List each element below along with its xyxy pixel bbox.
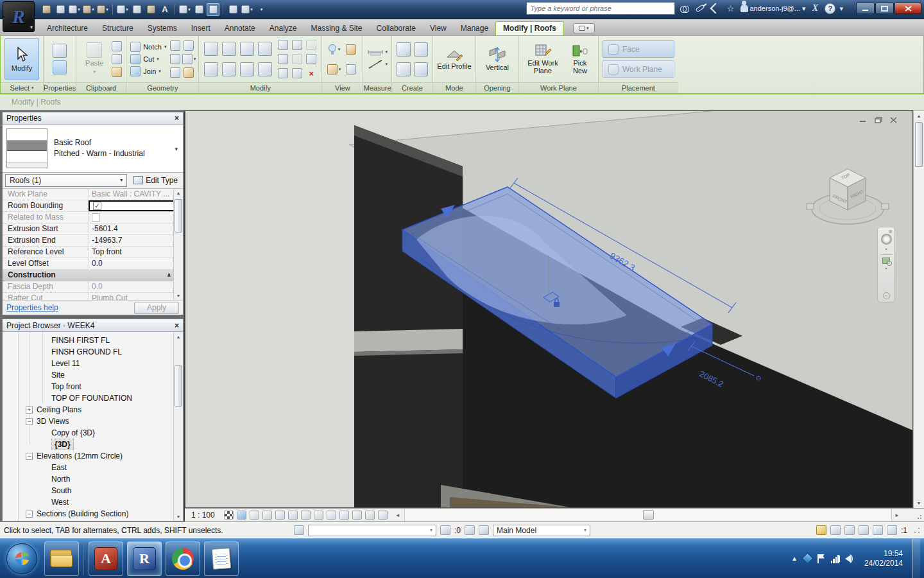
tab-structure[interactable]: Structure	[95, 22, 141, 35]
vertical-opening-button[interactable]: Vertical	[480, 38, 515, 80]
create-parts-icon[interactable]	[397, 62, 411, 76]
split-with-gap-icon[interactable]	[292, 40, 302, 50]
active-design-option-select[interactable]: Main Model ▾	[493, 525, 590, 536]
view-minimize-button[interactable]	[859, 116, 868, 124]
scroll-up-icon[interactable]: ▲	[175, 332, 183, 341]
detail-level-icon[interactable]	[224, 511, 234, 520]
view-scale-button[interactable]: 1 : 100	[191, 511, 215, 520]
steering-wheel-icon[interactable]	[881, 234, 892, 245]
property-row[interactable]: Rafter CutPlumb Cut	[3, 293, 183, 300]
temporary-view-properties-icon[interactable]	[365, 511, 375, 520]
select-underlay-toggle-icon[interactable]	[859, 525, 869, 535]
vertical-scrollbar[interactable]: ▲ ▼	[913, 110, 924, 508]
tree-item[interactable]: FINSH GROUND FL	[3, 346, 183, 358]
drag-on-selection-toggle-icon[interactable]	[873, 525, 883, 535]
help-button[interactable]: ?	[825, 3, 835, 14]
aligned-dimension-button[interactable]	[130, 3, 143, 16]
shadows-icon[interactable]	[262, 511, 272, 520]
project-browser-header[interactable]: Project Browser - WEEK4 ×	[3, 319, 183, 332]
rotate-icon[interactable]	[240, 62, 254, 76]
tree-item-3d-selected[interactable]: {3D}	[3, 439, 183, 450]
trim-extend-single-icon[interactable]	[278, 68, 288, 78]
synchronize-button[interactable]: ▾	[68, 3, 81, 16]
tree-collapse-icon[interactable]: −	[26, 418, 33, 425]
tab-analyze[interactable]: Analyze	[262, 22, 304, 35]
element-filter-select[interactable]: Roofs (1) ▾	[5, 174, 127, 187]
aligned-dimension-icon[interactable]	[367, 58, 384, 70]
copy-to-clipboard-icon[interactable]	[112, 54, 122, 64]
customize-qat-button[interactable]: ▾	[255, 3, 268, 16]
type-properties-icon[interactable]	[53, 44, 67, 58]
save-button[interactable]	[54, 3, 67, 16]
tree-item[interactable]: West	[3, 496, 183, 508]
paint-icon[interactable]	[184, 40, 194, 51]
scroll-down-icon[interactable]: ▼	[915, 498, 923, 508]
active-workset-select[interactable]: ▾	[308, 525, 436, 536]
taskbar-autocad-button[interactable]: A	[89, 541, 123, 576]
apply-coping-icon[interactable]	[170, 40, 180, 51]
thin-lines-toggle[interactable]	[207, 3, 219, 16]
property-row[interactable]: Reference LevelTop front	[3, 247, 183, 258]
property-row[interactable]: Room Bounding ✓	[3, 200, 183, 212]
type-selector[interactable]: Basic Roof Pitched - Warm - Industrial ▾	[3, 125, 183, 173]
property-row[interactable]: Work PlaneBasic Wall : CAVITY ...	[3, 189, 183, 200]
scroll-up-icon[interactable]: ▲	[915, 110, 923, 121]
tab-massing-site[interactable]: Massing & Site	[304, 22, 370, 35]
panel-label-select[interactable]: Select▾	[1, 82, 43, 93]
tab-architecture[interactable]: Architecture	[40, 22, 95, 35]
visual-style-icon[interactable]	[237, 511, 246, 520]
rendering-dialog-icon[interactable]	[275, 511, 285, 520]
drawing-area[interactable]: 9362.3 2085.2	[185, 110, 913, 508]
unlocked-3d-view-icon[interactable]	[314, 511, 323, 520]
pick-new-work-plane-button[interactable]: Pick New	[566, 38, 594, 80]
view-close-button[interactable]	[889, 116, 898, 124]
selection-filter-icon[interactable]	[887, 525, 897, 535]
measure-ruler-icon[interactable]	[367, 48, 384, 56]
split-element-icon[interactable]	[278, 40, 288, 50]
compass-tab-west[interactable]	[807, 204, 814, 209]
chevron-down-icon[interactable]: ▾	[885, 247, 887, 251]
exchange-apps-icon[interactable]: X	[809, 3, 821, 14]
padlock-icon[interactable]	[554, 302, 560, 307]
left-tower-wall[interactable]	[354, 125, 463, 508]
cutaway-icon[interactable]	[346, 64, 356, 74]
undo-button[interactable]: ▾	[82, 3, 95, 16]
create-similar-icon[interactable]	[414, 62, 428, 76]
linework-brush-icon[interactable]	[327, 64, 338, 74]
collapse-section-icon[interactable]: ∧	[167, 272, 171, 278]
render-icon[interactable]	[346, 44, 356, 55]
design-options-icon[interactable]	[465, 525, 475, 535]
pick-to-edit-icon[interactable]	[479, 525, 489, 535]
property-row[interactable]: Level Offset0.0	[3, 258, 183, 270]
tab-modify-roofs[interactable]: Modify | Roofs	[495, 21, 564, 35]
view-restore-button[interactable]	[874, 116, 883, 124]
scroll-right-icon[interactable]: ►	[891, 509, 902, 521]
close-icon[interactable]: ×	[175, 321, 179, 330]
tree-item[interactable]: East	[3, 462, 183, 473]
offset-icon[interactable]	[222, 42, 236, 56]
taskbar-chrome-button[interactable]	[166, 541, 200, 576]
tab-insert[interactable]: Insert	[184, 22, 218, 35]
browser-scrollbar[interactable]: ▲ ▼	[173, 332, 183, 521]
tree-item-3d-views[interactable]: −3D Views	[3, 416, 183, 427]
tree-item[interactable]: Top front	[3, 381, 183, 392]
delete-icon[interactable]: ×	[306, 68, 316, 78]
close-hidden-windows-button[interactable]	[227, 3, 239, 16]
signin-account[interactable]: anderson-j9@... ▾	[740, 4, 806, 13]
cut-geometry-button[interactable]: Cut▾	[130, 54, 166, 64]
navbar-close-icon[interactable]: ⊗	[888, 229, 893, 234]
property-section-header[interactable]: Construction∧	[3, 270, 183, 281]
create-assembly-icon[interactable]	[414, 42, 428, 57]
navbar-collapse-icon[interactable]: −	[883, 292, 890, 299]
tray-expand-icon[interactable]: ▲	[791, 555, 798, 562]
create-group-icon[interactable]	[397, 42, 411, 57]
default-3d-view-button[interactable]: ▾	[178, 3, 191, 16]
scroll-up-icon[interactable]: ▲	[175, 189, 183, 198]
chevron-down-icon[interactable]: ▾	[885, 266, 887, 270]
tree-collapse-icon[interactable]: −	[26, 453, 33, 460]
move-icon[interactable]	[204, 62, 218, 76]
scrollbar-thumb[interactable]	[643, 510, 654, 520]
wall-joins-icon[interactable]	[182, 54, 193, 64]
tag-by-category-button[interactable]	[144, 3, 157, 16]
mirror-draw-axis-icon[interactable]	[258, 42, 272, 56]
